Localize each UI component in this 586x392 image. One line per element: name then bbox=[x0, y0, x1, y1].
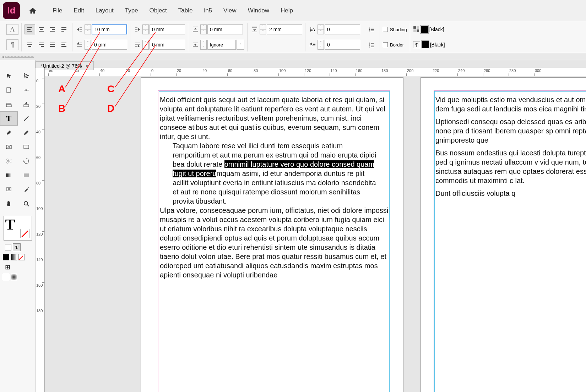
apply-gradient-icon[interactable] bbox=[11, 254, 17, 260]
menu-window[interactable]: Window bbox=[248, 7, 269, 14]
menu-file[interactable]: File bbox=[53, 7, 62, 14]
dropcap-chars-input[interactable] bbox=[325, 40, 360, 50]
text-frame-left[interactable]: Modi officient quis sequi aut et laccum … bbox=[159, 91, 390, 392]
paragraph-mode-button[interactable]: ¶ bbox=[6, 39, 18, 50]
dropcap-chars-spinner[interactable]: ˄˅ bbox=[318, 40, 324, 50]
space-between-caret[interactable]: ˅ bbox=[237, 40, 244, 50]
space-between-spinner[interactable]: ˄˅ bbox=[200, 40, 207, 50]
apply-none-icon[interactable] bbox=[18, 254, 25, 260]
menu-edit[interactable]: Edit bbox=[74, 7, 84, 14]
svg-point-0 bbox=[369, 28, 370, 29]
zoom-tool[interactable] bbox=[18, 197, 36, 211]
format-text-icon[interactable]: T bbox=[13, 243, 21, 251]
left-indent-spinner[interactable]: ˄˅ bbox=[85, 24, 91, 34]
svg-rect-6 bbox=[413, 26, 416, 29]
hand-tool[interactable] bbox=[0, 197, 18, 211]
gradient-swatch-tool[interactable] bbox=[0, 168, 18, 182]
svg-point-2 bbox=[369, 31, 370, 32]
free-transform-tool[interactable] bbox=[18, 154, 36, 168]
last-line-indent-icon bbox=[133, 40, 142, 50]
numbered-list-button[interactable]: 123 bbox=[366, 40, 377, 50]
ruler-horizontal[interactable]: 8060402002040608010012014016018020022024… bbox=[45, 68, 586, 76]
panel-drag-strip[interactable]: ‹‹ bbox=[0, 53, 586, 60]
menu-type[interactable]: Type bbox=[125, 7, 138, 14]
swap-swatches-row: T bbox=[0, 242, 35, 253]
align-spine-button[interactable] bbox=[59, 40, 69, 50]
selection-tool[interactable] bbox=[0, 69, 18, 83]
menu-in5[interactable]: in5 bbox=[204, 7, 212, 14]
close-icon[interactable]: × bbox=[85, 63, 88, 69]
view-options-icon[interactable]: ⊞ bbox=[5, 263, 10, 271]
pilcrow-icon[interactable]: ¶ bbox=[413, 41, 420, 48]
justify-last-left-button[interactable] bbox=[59, 24, 69, 34]
menu-layout[interactable]: Layout bbox=[96, 7, 114, 14]
bulleted-list-button[interactable] bbox=[366, 24, 377, 34]
space-before-spinner[interactable]: ˄˅ bbox=[200, 24, 207, 34]
grid-icon[interactable] bbox=[413, 26, 419, 33]
last-line-input[interactable] bbox=[150, 40, 185, 50]
gradient-feather-tool[interactable] bbox=[18, 168, 36, 182]
preview-mode-icon[interactable] bbox=[11, 274, 17, 280]
shading-swatch[interactable] bbox=[420, 25, 429, 34]
svg-point-23 bbox=[24, 201, 28, 205]
left-indent-input[interactable] bbox=[92, 24, 127, 34]
menu-items: File Edit Layout Type Object Table in5 V… bbox=[53, 7, 293, 14]
content-placer-tool[interactable] bbox=[18, 97, 36, 111]
pencil-tool[interactable] bbox=[18, 126, 36, 140]
pen-tool[interactable] bbox=[0, 126, 18, 140]
svg-rect-10 bbox=[7, 88, 10, 93]
border-checkbox[interactable]: Border bbox=[383, 42, 407, 48]
line-tool[interactable] bbox=[18, 111, 35, 126]
right-indent-spinner[interactable]: ˄˅ bbox=[142, 24, 149, 34]
character-mode-button[interactable]: A bbox=[6, 24, 18, 35]
space-after-input[interactable] bbox=[267, 24, 302, 34]
align-left-button[interactable] bbox=[25, 24, 35, 34]
apply-color-icon[interactable] bbox=[3, 254, 9, 260]
space-after-spinner[interactable]: ˄˅ bbox=[260, 24, 266, 34]
paragraph-3: Ulpa volore, conseceaquae porum ium, off… bbox=[160, 206, 389, 280]
page-left: Modi officient quis sequi aut et laccum … bbox=[141, 77, 403, 392]
note-tool[interactable] bbox=[0, 182, 18, 197]
screen-mode-row bbox=[0, 272, 35, 282]
menu-table[interactable]: Table bbox=[178, 7, 193, 14]
shading-checkbox[interactable]: Shading bbox=[383, 27, 407, 32]
ruler-origin[interactable] bbox=[36, 68, 45, 76]
align-right-button[interactable] bbox=[47, 24, 58, 34]
eyedropper-tool[interactable] bbox=[18, 182, 36, 197]
justify-last-right-button[interactable] bbox=[36, 40, 47, 50]
justify-all-button[interactable] bbox=[47, 40, 58, 50]
dropcap-lines-input[interactable] bbox=[325, 24, 360, 34]
text-frame-right[interactable]: Vid que moluptis estio ma venduscius et … bbox=[434, 91, 586, 392]
gap-tool[interactable] bbox=[18, 83, 36, 97]
rectangle-tool[interactable] bbox=[18, 140, 36, 154]
home-button[interactable] bbox=[27, 5, 38, 16]
border-swatch-label: [Black] bbox=[430, 42, 445, 48]
canvas[interactable]: 8060402002040608010012014016018020022024… bbox=[36, 60, 586, 392]
page-tool[interactable] bbox=[0, 83, 18, 97]
normal-mode-icon[interactable] bbox=[3, 274, 9, 280]
content-collector-tool[interactable] bbox=[0, 97, 18, 111]
dropcap-lines-spinner[interactable]: ˄˅ bbox=[318, 24, 324, 34]
scissors-tool[interactable] bbox=[0, 154, 18, 168]
menu-view[interactable]: View bbox=[223, 7, 237, 14]
fill-stroke-proxy[interactable]: T bbox=[4, 216, 32, 241]
border-swatch[interactable] bbox=[421, 40, 429, 49]
first-line-spinner[interactable]: ˄˅ bbox=[85, 40, 91, 50]
paragraph-r3: Bus nossum endestius qui lacesti dolupta… bbox=[435, 148, 586, 185]
space-between-dropdown[interactable]: Ignore bbox=[207, 40, 236, 50]
justify-last-center-button[interactable] bbox=[25, 40, 35, 50]
type-tool[interactable]: T bbox=[0, 111, 18, 126]
direct-selection-tool[interactable] bbox=[18, 69, 36, 83]
first-line-input[interactable] bbox=[92, 40, 127, 50]
align-center-button[interactable] bbox=[36, 24, 47, 34]
menu-object[interactable]: Object bbox=[150, 7, 167, 14]
menu-help[interactable]: Help bbox=[281, 7, 293, 14]
svg-rect-11 bbox=[6, 105, 11, 107]
space-before-input[interactable] bbox=[207, 24, 243, 34]
ruler-vertical[interactable]: 020406080100120140160180 bbox=[36, 76, 45, 392]
last-line-spinner[interactable]: ˄˅ bbox=[142, 40, 149, 50]
right-indent-input[interactable] bbox=[150, 24, 185, 34]
rectangle-frame-tool[interactable] bbox=[0, 140, 18, 154]
format-container-icon[interactable] bbox=[5, 244, 11, 250]
app-logo: Id bbox=[3, 2, 20, 19]
